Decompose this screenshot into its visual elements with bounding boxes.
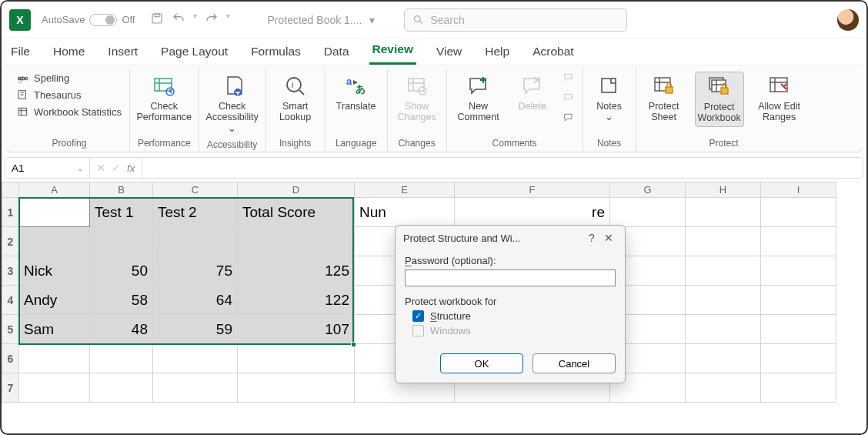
cell[interactable] <box>686 198 761 227</box>
col-header[interactable]: E <box>355 182 455 198</box>
cell[interactable] <box>761 227 836 256</box>
row-header[interactable]: 1 <box>2 198 19 227</box>
thesaurus-button[interactable]: Thesaurus <box>17 89 122 101</box>
cell[interactable] <box>686 344 761 373</box>
undo-icon[interactable] <box>172 12 185 28</box>
chevron-down-icon[interactable]: ⌄ <box>77 164 83 172</box>
tab-review[interactable]: Review <box>369 39 416 65</box>
cell[interactable] <box>90 344 153 373</box>
cell[interactable] <box>90 227 153 256</box>
cell[interactable]: Sam <box>19 315 90 344</box>
save-icon[interactable] <box>150 12 164 28</box>
notes-button[interactable]: Notes ⌄ <box>591 72 628 125</box>
col-header[interactable]: C <box>153 182 238 198</box>
col-header[interactable]: B <box>90 182 153 198</box>
cell[interactable] <box>19 227 90 256</box>
tab-view[interactable]: View <box>433 42 465 65</box>
cell[interactable]: Test 2 <box>153 198 238 227</box>
cell[interactable] <box>761 256 836 286</box>
check-accessibility-button[interactable]: Check Accessibility ⌄ <box>207 72 258 136</box>
redo-dropdown-icon[interactable]: ▾ <box>226 12 230 28</box>
cell[interactable] <box>19 344 90 373</box>
fx-icon[interactable]: fx <box>127 162 135 174</box>
cell[interactable] <box>761 344 836 373</box>
cancel-formula-icon[interactable]: ✕ <box>96 162 105 174</box>
col-header[interactable]: D <box>238 182 355 198</box>
document-name[interactable]: Protected Book 1.... ▾ <box>267 14 375 26</box>
col-header[interactable]: I <box>761 182 836 198</box>
new-comment-button[interactable]: New Comment <box>455 72 502 125</box>
select-all-corner[interactable] <box>2 182 19 198</box>
cell[interactable] <box>153 373 238 403</box>
cell[interactable]: 59 <box>153 315 238 344</box>
cell[interactable]: 122 <box>238 286 355 315</box>
help-icon[interactable]: ? <box>583 232 600 244</box>
tab-data[interactable]: Data <box>321 42 352 65</box>
cell[interactable]: Test 1 <box>90 198 153 227</box>
row-header[interactable]: 6 <box>2 344 19 373</box>
structure-checkbox[interactable]: ✓ Structure <box>412 310 616 322</box>
col-header[interactable]: F <box>455 182 610 198</box>
password-input[interactable] <box>405 269 616 286</box>
search-input[interactable]: Search <box>404 8 627 32</box>
cell[interactable] <box>761 373 836 403</box>
row-header[interactable]: 7 <box>2 373 19 403</box>
cell[interactable] <box>686 227 761 256</box>
cell[interactable]: 75 <box>153 256 238 286</box>
cell[interactable]: 107 <box>238 315 355 344</box>
cell[interactable] <box>19 373 90 403</box>
tab-help[interactable]: Help <box>482 42 512 65</box>
tab-formulas[interactable]: Formulas <box>248 42 304 65</box>
cell[interactable]: Total Score <box>238 198 355 227</box>
cell[interactable] <box>761 286 836 315</box>
cell[interactable] <box>238 344 355 373</box>
translate-button[interactable]: aあTranslate <box>333 72 379 114</box>
cell[interactable]: 58 <box>90 286 153 315</box>
workbook-statistics-button[interactable]: Workbook Statistics <box>17 105 122 118</box>
tab-acrobat[interactable]: Acrobat <box>529 42 576 65</box>
row-header[interactable]: 5 <box>2 315 19 344</box>
cell[interactable] <box>19 198 90 227</box>
protect-workbook-button[interactable]: Protect Workbook <box>695 72 744 127</box>
row-header[interactable]: 4 <box>2 286 19 315</box>
cell[interactable] <box>686 315 761 344</box>
close-icon[interactable]: ✕ <box>600 232 617 244</box>
cell[interactable] <box>153 227 238 256</box>
name-box[interactable]: A1⌄ <box>5 158 90 178</box>
tab-home[interactable]: Home <box>50 42 88 65</box>
toggle-switch-icon[interactable] <box>89 14 117 26</box>
cancel-button[interactable]: Cancel <box>532 353 616 373</box>
show-comments-icon[interactable] <box>563 112 575 124</box>
cell[interactable]: re <box>455 198 610 227</box>
col-header[interactable]: H <box>686 182 761 198</box>
cell[interactable]: 125 <box>238 256 355 286</box>
smart-lookup-button[interactable]: iSmart Lookup <box>274 72 317 125</box>
cell[interactable] <box>686 373 761 403</box>
selection-handle[interactable] <box>351 342 356 347</box>
cell[interactable] <box>238 227 355 256</box>
row-header[interactable]: 3 <box>2 256 19 286</box>
protect-sheet-button[interactable]: Protect Sheet <box>644 72 684 125</box>
cell[interactable]: 48 <box>90 315 153 344</box>
autosave-toggle[interactable]: AutoSave Off <box>42 14 135 26</box>
cell[interactable] <box>686 286 761 315</box>
tab-page-layout[interactable]: Page Layout <box>158 42 231 65</box>
spelling-button[interactable]: abcSpelling <box>17 72 122 84</box>
tab-file[interactable]: File <box>8 42 33 65</box>
col-header[interactable]: A <box>19 182 90 198</box>
cell[interactable] <box>761 198 836 227</box>
redo-icon[interactable] <box>205 12 219 28</box>
cell[interactable] <box>90 373 153 403</box>
cell[interactable]: Nun <box>355 198 455 227</box>
cell[interactable] <box>686 256 761 286</box>
check-performance-button[interactable]: Check Performance <box>139 72 189 125</box>
row-header[interactable]: 2 <box>2 227 19 256</box>
tab-insert[interactable]: Insert <box>105 42 141 65</box>
cell[interactable]: 50 <box>90 256 153 286</box>
cell[interactable]: 64 <box>153 286 238 315</box>
allow-edit-ranges-button[interactable]: Allow Edit Ranges <box>755 72 804 125</box>
user-avatar[interactable] <box>837 9 859 31</box>
col-header[interactable]: G <box>610 182 686 198</box>
enter-formula-icon[interactable]: ✓ <box>112 162 121 174</box>
cell[interactable] <box>153 344 238 373</box>
